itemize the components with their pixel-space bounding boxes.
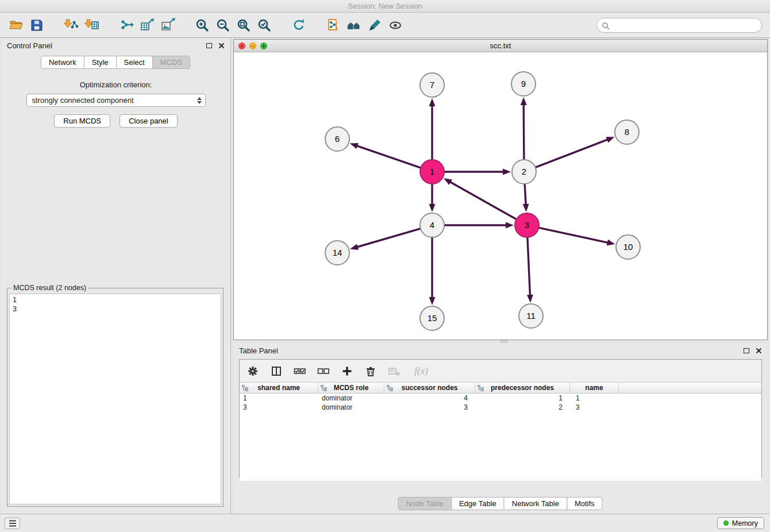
close-panel-icon[interactable] [218, 43, 225, 49]
tab-network-table[interactable]: Network Table [504, 497, 567, 510]
style-brush-icon [367, 18, 382, 33]
export-network-button[interactable] [116, 15, 137, 36]
network-canvas[interactable]: 7968124314101511 [234, 52, 767, 340]
close-table-panel-icon[interactable] [756, 348, 762, 354]
table-cell: 3 [384, 403, 475, 412]
home-houses-icon [346, 18, 361, 33]
column-header-predecessor-nodes[interactable]: predecessor nodes [475, 383, 570, 393]
node-table-card: f(x) shared name MCDS [239, 359, 762, 478]
add-row-button[interactable] [341, 365, 353, 377]
edge-arrowhead [429, 297, 436, 305]
edge-4-to-14[interactable] [356, 229, 421, 248]
node-label-9: 9 [521, 79, 526, 88]
show-hide-panel-button[interactable] [385, 15, 406, 36]
save-floppy-icon [29, 18, 44, 33]
column-label: successor nodes [401, 384, 457, 392]
optimization-criterion-label: Optimization criterion: [1, 80, 230, 89]
node-label-6: 6 [335, 134, 340, 144]
table-row[interactable]: 1dominator411 [240, 394, 761, 403]
export-image-button[interactable] [157, 15, 178, 36]
run-mcds-button[interactable]: Run MCDS [54, 114, 110, 128]
function-builder-button[interactable]: f(x) [411, 365, 431, 377]
close-window-icon[interactable] [238, 43, 245, 49]
float-table-panel-icon[interactable] [744, 348, 749, 353]
node-label-15: 15 [428, 313, 437, 323]
export-network-icon [119, 18, 134, 33]
trash-icon [365, 365, 376, 377]
task-history-button[interactable] [5, 518, 20, 529]
cyndex-home-button[interactable] [344, 15, 364, 36]
column-label: shared name [257, 384, 300, 392]
gear-icon [247, 365, 259, 377]
table-cell-filler [619, 394, 761, 403]
open-file-button[interactable] [6, 15, 26, 36]
zoom-window-icon[interactable] [260, 43, 267, 49]
column-header-name[interactable]: name [570, 383, 619, 393]
minimize-window-icon[interactable] [249, 43, 256, 49]
zoom-in-button[interactable] [192, 15, 213, 36]
table-cell: 4 [384, 394, 475, 403]
optimization-criterion-select[interactable]: strongly connected component [26, 94, 206, 107]
plus-icon [341, 365, 353, 377]
column-header-shared-name[interactable]: shared name [240, 383, 318, 393]
node-label-1: 1 [430, 167, 434, 176]
table-cell: 3 [240, 403, 318, 412]
edge-arrowhead [607, 240, 615, 246]
edge-3-to-11[interactable] [528, 237, 530, 296]
tab-style[interactable]: Style [84, 56, 117, 69]
mcds-result-text[interactable]: 1 3 [9, 294, 221, 504]
column-header-mcds-role[interactable]: MCDS role [318, 383, 384, 393]
tab-network[interactable]: Network [41, 56, 84, 69]
close-panel-button[interactable]: Close panel [120, 114, 178, 128]
search-input[interactable] [612, 19, 757, 32]
column-header-successor-nodes[interactable]: successor nodes [384, 383, 475, 393]
deselect-all-icon [317, 365, 330, 377]
delete-row-button[interactable] [364, 365, 377, 377]
table-panel-header: Table Panel [233, 343, 768, 358]
export-table-button[interactable] [137, 15, 157, 36]
table-panel: Table Panel [233, 343, 768, 514]
tab-edge-table[interactable]: Edge Table [451, 497, 505, 510]
zoom-fit-button[interactable] [233, 15, 254, 36]
mcds-result-title: MCDS result (2 nodes) [11, 284, 88, 292]
tab-motifs[interactable]: Motifs [567, 497, 603, 510]
select-all-button[interactable] [294, 365, 306, 377]
control-panel-title: Control Panel [7, 41, 52, 50]
column-edit-icon [242, 385, 248, 391]
edge-arrowhead [521, 97, 527, 105]
deselect-all-button[interactable] [317, 365, 330, 377]
column-edit-icon [387, 385, 393, 391]
table-panel-title: Table Panel [239, 346, 278, 355]
splitter-handle[interactable] [500, 340, 507, 342]
memory-button[interactable]: Memory [717, 517, 764, 529]
table-cell: 1 [240, 394, 318, 403]
delete-table-button[interactable] [388, 365, 401, 377]
float-panel-icon[interactable] [206, 43, 212, 48]
tab-select[interactable]: Select [116, 56, 153, 69]
save-session-button[interactable] [26, 15, 47, 36]
edge-arrowhead [523, 204, 529, 212]
list-icon [8, 519, 17, 527]
edge-arrowhead [350, 244, 359, 250]
table-row[interactable]: 3dominator323 [240, 403, 761, 412]
panel-layout-button[interactable] [270, 365, 283, 377]
zoom-selected-button[interactable] [254, 15, 275, 36]
edge-3-to-10[interactable] [539, 228, 609, 242]
node-label-4: 4 [430, 220, 434, 230]
apply-style-button[interactable] [364, 15, 385, 36]
tab-node-table[interactable]: Node Table [398, 497, 452, 510]
tab-mcds[interactable]: MCDS [152, 56, 190, 69]
import-table-button[interactable] [82, 15, 102, 36]
edge-2-to-8[interactable] [536, 139, 609, 167]
refresh-view-button[interactable] [288, 15, 309, 36]
import-network-button[interactable] [61, 15, 82, 36]
edge-1-to-6[interactable] [356, 145, 421, 168]
column-settings-button[interactable] [247, 365, 259, 377]
clone-network-button[interactable] [323, 15, 344, 36]
edge-arrowhead [503, 169, 511, 175]
zoom-out-button[interactable] [213, 15, 233, 36]
edge-2-to-9[interactable] [523, 103, 524, 160]
edge-3-to-1[interactable] [449, 182, 517, 219]
edge-2-to-3[interactable] [525, 184, 526, 206]
main-toolbar [0, 13, 770, 38]
